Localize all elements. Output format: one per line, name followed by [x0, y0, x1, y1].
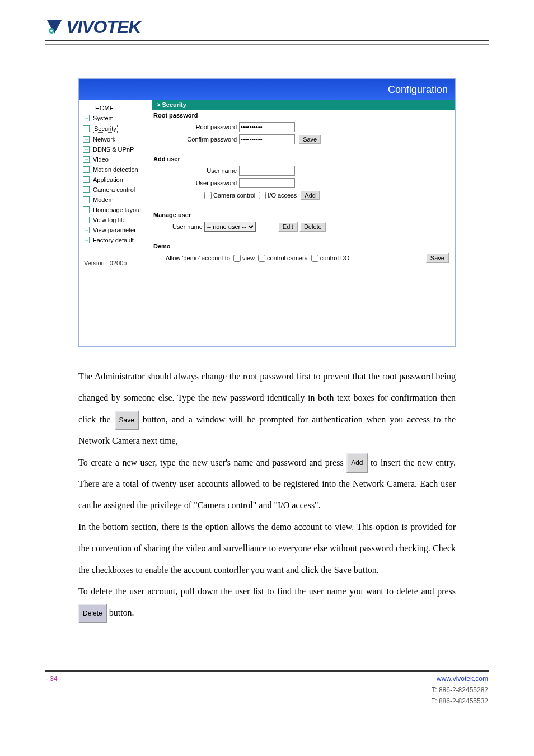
demo-prefix: Allow 'demo' account to [166, 255, 230, 261]
arrow-right-icon: → [83, 176, 90, 183]
sidebar-item-homepage[interactable]: → Homepage layout [82, 205, 148, 215]
demo-view-checkbox[interactable] [233, 255, 241, 262]
add-user-button[interactable]: Add [300, 190, 320, 200]
inline-save-button[interactable]: Save [115, 411, 139, 430]
config-title: Configuration [388, 84, 448, 96]
save-demo-button[interactable]: Save [426, 253, 449, 263]
p3: In the bottom section, there is the opti… [78, 516, 456, 581]
sidebar-label: View parameter [93, 227, 136, 233]
manage-username-select[interactable]: -- none user -- [204, 222, 256, 232]
arrow-right-icon: → [83, 217, 90, 223]
arrow-right-icon: → [83, 237, 90, 243]
sidebar-home[interactable]: HOME [82, 103, 148, 113]
sidebar-label: Camera control [93, 186, 135, 193]
config-window: Configuration HOME → System → Security [78, 78, 456, 347]
confirm-password-input[interactable] [239, 134, 295, 144]
add-userpass-input[interactable] [239, 178, 295, 188]
edit-user-button[interactable]: Edit [278, 222, 298, 232]
main-pane: > Security Root password Root password C… [152, 100, 455, 346]
page-number: - 34 - [46, 675, 62, 683]
arrow-right-icon: → [83, 146, 90, 153]
sidebar-label: Security [93, 125, 118, 133]
sidebar-label: Homepage layout [93, 206, 141, 213]
camera-control-checkbox[interactable] [204, 192, 212, 199]
sidebar-item-system[interactable]: → System [82, 113, 148, 123]
demo-cam-checkbox[interactable] [258, 255, 265, 262]
delete-user-button[interactable]: Delete [299, 222, 326, 232]
sidebar-item-video[interactable]: → Video [82, 154, 148, 165]
sidebar-item-ddns[interactable]: → DDNS & UPnP [82, 144, 148, 154]
add-userpass-label: User password [152, 180, 239, 186]
sidebar-item-motion[interactable]: → Motion detection [82, 165, 148, 175]
p2a: To create a new user, type the new user'… [78, 458, 346, 467]
io-access-label: I/O access [268, 192, 297, 199]
root-password-input[interactable] [239, 122, 295, 132]
footer-tel: T: 886-2-82455282 [432, 686, 488, 694]
logo-mark-icon [45, 18, 64, 37]
sidebar-item-application[interactable]: → Application [82, 175, 148, 185]
footer: - 34 - www.vivotek.com T: 886-2-82455282… [45, 669, 489, 705]
camera-control-label: Camera control [213, 192, 255, 199]
manage-username-label: User name [172, 223, 203, 230]
body-text: The Administrator should always change t… [78, 366, 456, 624]
arrow-right-icon: → [83, 136, 90, 143]
arrow-right-icon: → [83, 196, 90, 203]
logo-text: VIVOTEK [66, 17, 140, 37]
sidebar-label: System [93, 115, 114, 121]
section-manage-user: Manage user [152, 209, 455, 220]
sidebar-label: Factory default [93, 237, 134, 243]
sidebar-item-modem[interactable]: → Modem [82, 195, 148, 205]
demo-do-label: control DO [320, 255, 350, 261]
confirm-password-label: Confirm password [152, 136, 239, 143]
footer-link[interactable]: www.vivotek.com [437, 675, 488, 683]
arrow-right-icon: → [83, 156, 90, 163]
section-add-user: Add user [152, 153, 455, 165]
version-text: Version : 0200b [82, 260, 148, 266]
section-root-password: Root password [152, 110, 455, 121]
sidebar-label: View log file [93, 217, 126, 223]
sidebar-item-factory[interactable]: → Factory default [82, 235, 148, 245]
save-root-button[interactable]: Save [298, 134, 321, 144]
sidebar-label: Motion detection [93, 166, 138, 173]
p4a: To delete the user account, pull down th… [78, 586, 456, 596]
sidebar-item-viewlog[interactable]: → View log file [82, 215, 148, 225]
inline-delete-button[interactable]: Delete [78, 604, 107, 623]
sidebar-label: DDNS & UPnP [93, 146, 134, 153]
sidebar-label: Modem [93, 196, 114, 203]
add-username-label: User name [152, 167, 239, 174]
sidebar-item-camera-control[interactable]: → Camera control [82, 185, 148, 195]
header-rule [45, 40, 489, 41]
arrow-right-icon: → [83, 227, 90, 233]
arrow-right-icon: → [83, 206, 90, 213]
section-demo: Demo [152, 241, 455, 252]
demo-cam-label: control camera [267, 255, 308, 261]
io-access-checkbox[interactable] [259, 192, 266, 199]
demo-view-label: view [242, 255, 255, 261]
arrow-right-icon: → [83, 186, 90, 193]
root-password-label: Root password [152, 124, 239, 130]
footer-fax: F: 886-2-82455532 [431, 697, 488, 705]
sidebar-item-security[interactable]: → Security [82, 123, 148, 134]
add-username-input[interactable] [239, 166, 295, 176]
inline-add-button[interactable]: Add [346, 453, 367, 473]
config-titlebar: Configuration [79, 79, 455, 100]
demo-do-checkbox[interactable] [311, 255, 318, 262]
sidebar-item-network[interactable]: → Network [82, 134, 148, 144]
logo: VIVOTEK [45, 17, 489, 37]
p4b: button. [109, 608, 134, 617]
arrow-right-icon: → [83, 166, 90, 173]
sidebar-label: Application [93, 176, 123, 183]
sidebar-home-label: HOME [95, 105, 114, 111]
sidebar: HOME → System → Security → Network [79, 100, 152, 346]
breadcrumb: > Security [152, 100, 455, 110]
arrow-right-icon: → [83, 125, 90, 132]
arrow-right-icon: → [83, 115, 90, 121]
sidebar-label: Video [93, 156, 109, 163]
sidebar-label: Network [93, 136, 115, 143]
svg-point-1 [50, 30, 53, 32]
sidebar-item-viewparam[interactable]: → View parameter [82, 225, 148, 235]
